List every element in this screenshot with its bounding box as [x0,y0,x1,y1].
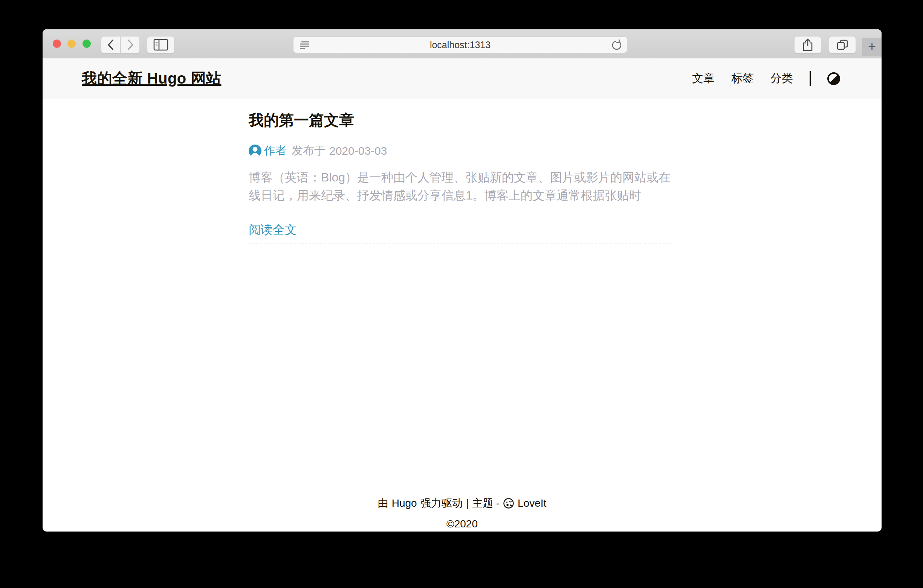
post-summary-text: 博客（英语：Blog）是一种由个人管理、张贴新的文章、图片或影片的网站或在线日记… [249,168,672,205]
reader-icon[interactable] [299,40,311,51]
share-icon [802,38,813,52]
minimize-window-button[interactable] [67,39,76,48]
chevron-right-icon [126,39,135,51]
chevron-left-icon [107,39,115,51]
post-meta: 作者 发布于 2020-03-03 [249,143,672,159]
tabs-icon [836,39,849,51]
published-prefix: 发布于 [292,143,325,159]
hugo-link[interactable]: Hugo [392,497,417,509]
sidebar-button[interactable] [147,36,174,54]
kiss-face-icon [503,498,514,509]
back-button[interactable] [101,36,120,54]
forward-button[interactable] [121,36,140,54]
nav-item-tags[interactable]: 标签 [731,71,754,86]
footer-separator: | [466,497,469,509]
address-bar[interactable]: localhost:1313 [293,36,627,53]
sidebar-icon [153,39,168,51]
author-link[interactable]: 作者 [264,143,287,159]
new-tab-button[interactable]: + [862,38,882,56]
nav-item-posts[interactable]: 文章 [692,71,714,86]
user-circle-icon [249,144,261,157]
post-summary: 我的第一篇文章 作者 发布于 2020-03-03 博客（英语：Blog）是一种… [249,111,672,244]
powered-suffix: 强力驱动 [420,496,463,511]
theme-toggle-icon[interactable] [827,72,840,85]
post-title-link[interactable]: 我的第一篇文章 [249,111,672,129]
theme-label: 主题 - [472,496,499,511]
site-header: 我的全新 Hugo 网站 文章 标签 分类 [43,58,882,98]
nav-item-categories[interactable]: 分类 [770,71,793,86]
url-text: localhost:1313 [430,39,491,51]
share-button[interactable] [794,36,821,54]
theme-link[interactable]: LoveIt [517,497,546,509]
zoom-window-button[interactable] [82,39,91,48]
footer-powered-line: 由 Hugo 强力驱动 | 主题 - LoveIt [43,496,882,511]
publish-date: 2020-03-03 [329,144,387,157]
read-more-link[interactable]: 阅读全文 [249,222,297,238]
post-divider [249,244,672,244]
tab-overview-button[interactable] [829,36,856,54]
plus-icon: + [868,39,876,54]
site-title-link[interactable]: 我的全新 Hugo 网站 [82,68,221,89]
site-footer: 由 Hugo 强力驱动 | 主题 - LoveIt ©2020 [43,496,882,530]
reload-button[interactable] [610,39,623,52]
browser-toolbar: localhost:1313 [43,29,882,58]
nav-divider [810,71,811,86]
main-nav: 文章 标签 分类 [692,71,840,86]
copyright-line: ©2020 [43,518,882,530]
powered-prefix: 由 [378,496,388,511]
browser-window: localhost:1313 [43,29,882,532]
close-window-button[interactable] [53,39,61,48]
